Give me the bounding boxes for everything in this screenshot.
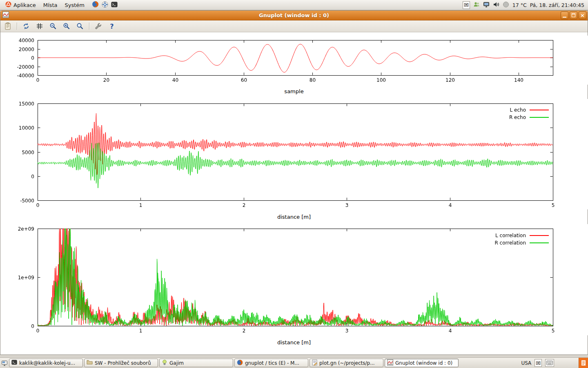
mail-tray-icon[interactable]: ✉ <box>535 359 542 367</box>
legend-entry: R echo <box>509 114 549 120</box>
file-manager-icon <box>87 359 93 366</box>
taskbar-item-label: SW - Prohlížeč souborů <box>95 360 151 366</box>
plot2-canvas[interactable] <box>1 99 588 209</box>
menu-system[interactable]: Systém <box>61 0 87 10</box>
zoom-next-button[interactable] <box>62 22 71 31</box>
top-panel: Aplikace Místa Systém ✉ 17 °C Pá, 18. zá… <box>0 0 588 10</box>
gajim-icon <box>162 359 167 366</box>
display-icon[interactable] <box>483 1 490 9</box>
minimize-icon <box>563 17 566 18</box>
replot-button[interactable] <box>22 22 31 31</box>
plot2-legend: L echo R echo <box>509 107 549 120</box>
ubuntu-logo-icon <box>5 1 11 9</box>
taskbar-item-file-browser[interactable]: SW - Prohlížeč souborů <box>84 359 158 367</box>
panel-indicators: ✉ 17 °C Pá, 18. září, 21:40:45 <box>463 1 586 9</box>
help-button[interactable]: ? <box>107 22 116 31</box>
gnuplot-window: Gnuplot (window id : 0) × ? sample <box>0 10 588 355</box>
toolbar-separator <box>89 22 89 30</box>
volume-icon[interactable] <box>493 1 499 9</box>
taskbar-item-label: kaklik@kaklik-kolej-u... <box>19 360 75 366</box>
clock[interactable]: Pá, 18. září, 21:40:45 <box>530 2 584 8</box>
menu-applications-label: Aplikace <box>13 2 36 8</box>
gnuplot-icon <box>387 359 393 367</box>
plot1-canvas[interactable] <box>1 36 588 85</box>
trash-applet[interactable] <box>579 358 588 368</box>
taskbar-item-label: gnuplot / tics (E) - M... <box>245 360 299 366</box>
maximize-button[interactable] <box>570 11 577 19</box>
taskbar-item-label: plot.gn (~/projects/p... <box>319 360 375 366</box>
legend-label: R echo <box>509 114 526 120</box>
window-buttons: × <box>561 11 586 19</box>
mail-notification-icon[interactable]: ✉ <box>463 1 470 9</box>
temperature-indicator[interactable]: 17 °C <box>512 2 527 8</box>
legend-key-line <box>530 117 549 118</box>
copy-to-clipboard-button[interactable] <box>3 22 12 31</box>
terminal-launcher-icon[interactable] <box>111 1 118 9</box>
settings-wrench-button[interactable] <box>94 22 103 31</box>
plot-surface: sample L echo R echo distance [m] L corr… <box>1 33 587 354</box>
desktop: Aplikace Místa Systém ✉ 17 °C Pá, 18. zá… <box>0 0 588 368</box>
menu-places-label: Místa <box>43 2 58 8</box>
legend-label: L correlation <box>495 233 526 238</box>
keyboard-icon[interactable] <box>545 359 554 367</box>
text-editor-icon <box>312 359 317 367</box>
panel-launchers <box>92 1 118 9</box>
minimize-button[interactable] <box>561 11 568 19</box>
plot3-legend: L correlation R correlation <box>494 232 549 246</box>
legend-entry: R correlation <box>494 240 549 246</box>
legend-key-line <box>530 235 549 236</box>
firefox-icon <box>237 359 243 367</box>
plot3-xlabel: distance [m] <box>1 339 587 346</box>
taskbar-item-gnuplot[interactable]: Gnuplot (window id : 0) <box>385 359 459 367</box>
close-icon: × <box>580 13 585 18</box>
window-titlebar[interactable]: Gnuplot (window id : 0) × <box>0 11 588 20</box>
taskbar-item-label: Gajim <box>169 360 184 366</box>
toolbar-separator <box>17 22 17 30</box>
legend-key-line <box>530 242 549 243</box>
menu-places[interactable]: Místa <box>40 0 61 10</box>
legend-label: L echo <box>510 107 526 113</box>
taskbar-item-firefox[interactable]: gnuplot / tics (E) - M... <box>234 359 308 367</box>
taskbar-item-gajim[interactable]: Gajim <box>159 359 233 367</box>
menu-applications[interactable]: Aplikace <box>2 0 39 10</box>
show-desktop-button[interactable] <box>1 360 8 366</box>
toggle-grid-button[interactable] <box>35 22 44 31</box>
taskbar-item-label: Gnuplot (window id : 0) <box>395 360 452 366</box>
gnuplot-toolbar: ? <box>0 20 588 32</box>
window-title: Gnuplot (window id : 0) <box>0 12 588 18</box>
taskbar-indicators: USA ✉ <box>521 359 554 367</box>
plot1-xlabel: sample <box>1 88 587 94</box>
legend-key-line <box>530 110 549 110</box>
firefox-launcher-icon[interactable] <box>92 1 99 9</box>
legend-entry: L correlation <box>494 232 549 238</box>
maximize-icon <box>572 13 575 17</box>
autoscale-button[interactable] <box>76 22 85 31</box>
taskbar: kaklik@kaklik-kolej-u... SW - Prohlížeč … <box>0 357 588 368</box>
plot2-xlabel: distance [m] <box>1 214 587 220</box>
taskbar-item-terminal[interactable]: kaklik@kaklik-kolej-u... <box>9 359 83 367</box>
terminal-icon <box>11 359 17 366</box>
trash-icon <box>581 360 586 366</box>
help-launcher-icon[interactable] <box>102 1 108 9</box>
zoom-previous-button[interactable] <box>49 22 58 31</box>
menu-system-label: Systém <box>65 2 84 8</box>
keyboard-layout-indicator[interactable]: USA <box>521 360 531 366</box>
close-button[interactable]: × <box>579 11 586 19</box>
weather-icon[interactable] <box>503 1 509 9</box>
legend-label: R correlation <box>494 240 526 246</box>
legend-entry: L echo <box>509 107 549 113</box>
taskbar-item-editor[interactable]: plot.gn (~/projects/p... <box>310 359 383 367</box>
users-icon[interactable] <box>473 1 480 9</box>
